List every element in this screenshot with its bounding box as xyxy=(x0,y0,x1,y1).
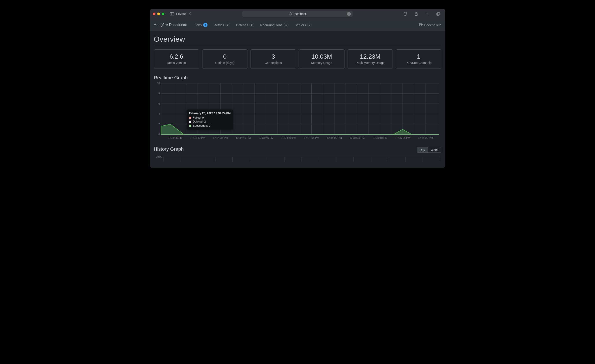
svg-text:12:35:20 PM: 12:35:20 PM xyxy=(418,136,433,139)
tabs-overview-icon[interactable] xyxy=(435,11,442,17)
svg-text:6: 6 xyxy=(158,102,160,105)
metric-value: 10.03M xyxy=(301,53,342,60)
close-window-button[interactable] xyxy=(153,13,156,15)
back-to-site-label: Back to site xyxy=(424,23,441,27)
history-range-day[interactable]: Day xyxy=(417,147,428,152)
metric-label: Redis Version xyxy=(156,61,197,65)
tooltip-timestamp: February 20, 2023 12:34:24 PM xyxy=(189,111,231,115)
metric-memory-usage: 10.03M Memory Usage xyxy=(299,49,345,69)
private-mode-label: Private xyxy=(176,12,186,16)
traffic-lights xyxy=(153,13,164,15)
swatch-succeeded-icon xyxy=(189,124,191,127)
svg-rect-13 xyxy=(438,12,440,15)
svg-text:12:35:10 PM: 12:35:10 PM xyxy=(372,136,387,139)
nav-jobs-badge: 2 xyxy=(203,23,207,27)
nav-batches[interactable]: Batches 0 xyxy=(236,23,254,27)
titlebar: Private localhost xyxy=(150,9,445,19)
metric-connections: 3 Connections xyxy=(250,49,296,69)
browser-window: Private localhost xyxy=(150,9,445,168)
history-header: History Graph Day Week xyxy=(154,146,441,153)
history-range-week[interactable]: Week xyxy=(428,147,441,152)
metric-uptime: 0 Uptime (days) xyxy=(202,49,248,69)
metric-label: Memory Usage xyxy=(301,61,342,65)
exit-icon xyxy=(419,23,423,27)
new-tab-icon[interactable] xyxy=(424,11,431,17)
tooltip-failed: Failed: 0 xyxy=(193,116,204,120)
nav-servers[interactable]: Servers 2 xyxy=(295,23,312,27)
svg-text:12:34:25 PM: 12:34:25 PM xyxy=(167,136,182,139)
realtime-graph-title: Realtime Graph xyxy=(154,75,441,81)
nav-batches-label: Batches xyxy=(236,23,248,27)
nav-recurring-jobs-badge: 1 xyxy=(284,23,289,27)
app-navbar: Hangfire Dashboard Jobs 2 Retries 0 Batc… xyxy=(150,19,445,31)
share-icon[interactable] xyxy=(413,11,420,17)
page-title: Overview xyxy=(154,35,441,45)
minimize-window-button[interactable] xyxy=(157,13,160,15)
metric-label: Connections xyxy=(253,61,294,65)
svg-text:12:34:55 PM: 12:34:55 PM xyxy=(304,136,319,139)
svg-rect-0 xyxy=(170,13,174,15)
svg-text:2500: 2500 xyxy=(156,155,162,158)
svg-point-7 xyxy=(350,14,350,14)
history-chart: 2500 xyxy=(154,155,441,162)
svg-text:12:34:35 PM: 12:34:35 PM xyxy=(213,136,228,139)
svg-text:2: 2 xyxy=(158,123,160,126)
nav-batches-badge: 0 xyxy=(249,23,254,27)
svg-point-6 xyxy=(348,14,348,14)
nav-servers-label: Servers xyxy=(295,23,306,27)
metric-value: 6.2.6 xyxy=(156,53,197,60)
svg-text:4: 4 xyxy=(158,112,160,116)
svg-text:12:34:50 PM: 12:34:50 PM xyxy=(281,136,296,139)
metric-label: Pub/Sub Channels xyxy=(398,61,439,65)
address-text: localhost xyxy=(294,12,306,16)
nav-recurring-jobs[interactable]: Recurring Jobs 1 xyxy=(260,23,289,27)
page-content: Overview 6.2.6 Redis Version 0 Uptime (d… xyxy=(150,31,445,168)
svg-text:12:34:40 PM: 12:34:40 PM xyxy=(236,136,251,139)
metric-value: 0 xyxy=(205,53,245,60)
shield-icon[interactable] xyxy=(402,11,409,17)
realtime-chart: 024681012:34:25 PM12:34:30 PM12:34:35 PM… xyxy=(154,82,441,141)
history-range-segmented: Day Week xyxy=(417,147,441,153)
metric-redis-version: 6.2.6 Redis Version xyxy=(154,49,199,69)
nav-jobs-label: Jobs xyxy=(195,23,202,27)
nav-retries-label: Retries xyxy=(214,23,224,27)
metric-label: Peak Memory Usage xyxy=(350,61,390,65)
metric-value: 3 xyxy=(253,53,294,60)
svg-text:12:35:05 PM: 12:35:05 PM xyxy=(350,136,365,139)
nav-recurring-jobs-label: Recurring Jobs xyxy=(260,23,283,27)
history-graph-title: History Graph xyxy=(154,146,184,152)
svg-text:0: 0 xyxy=(158,133,160,136)
swatch-deleted-icon xyxy=(189,121,191,123)
nav-servers-badge: 2 xyxy=(307,23,312,27)
sidebar-toggle-icon[interactable] xyxy=(168,11,176,16)
svg-rect-12 xyxy=(437,13,439,15)
nav-jobs[interactable]: Jobs 2 xyxy=(195,23,207,27)
metrics-row: 6.2.6 Redis Version 0 Uptime (days) 3 Co… xyxy=(154,49,441,69)
metric-peak-memory: 12.23M Peak Memory Usage xyxy=(347,49,393,69)
reader-mode-icon[interactable] xyxy=(347,12,351,16)
metric-pubsub-channels: 1 Pub/Sub Channels xyxy=(396,49,441,69)
swatch-failed-icon xyxy=(189,117,191,119)
globe-icon xyxy=(289,12,292,15)
maximize-window-button[interactable] xyxy=(162,13,164,15)
back-button[interactable] xyxy=(187,11,193,16)
metric-label: Uptime (days) xyxy=(205,61,245,65)
nav-retries-badge: 0 xyxy=(225,23,230,27)
tooltip-deleted: Deleted: 2 xyxy=(193,120,206,124)
nav-retries[interactable]: Retries 0 xyxy=(214,23,230,27)
svg-point-5 xyxy=(349,14,349,14)
svg-text:12:34:30 PM: 12:34:30 PM xyxy=(190,136,205,139)
chart-tooltip: February 20, 2023 12:34:24 PM Failed: 0 … xyxy=(187,110,233,130)
svg-text:8: 8 xyxy=(158,92,160,95)
tooltip-succeeded: Succeeded: 0 xyxy=(193,124,210,128)
brand-title[interactable]: Hangfire Dashboard xyxy=(154,23,187,27)
history-chart-svg: 2500 xyxy=(154,155,441,162)
address-bar[interactable]: localhost xyxy=(242,11,353,17)
metric-value: 12.23M xyxy=(350,53,390,60)
svg-text:12:34:45 PM: 12:34:45 PM xyxy=(258,136,273,139)
svg-text:12:35:00 PM: 12:35:00 PM xyxy=(327,136,342,139)
svg-text:12:35:15 PM: 12:35:15 PM xyxy=(395,136,410,139)
back-to-site-link[interactable]: Back to site xyxy=(419,23,441,27)
metric-value: 1 xyxy=(398,53,439,60)
svg-text:10: 10 xyxy=(157,82,160,85)
